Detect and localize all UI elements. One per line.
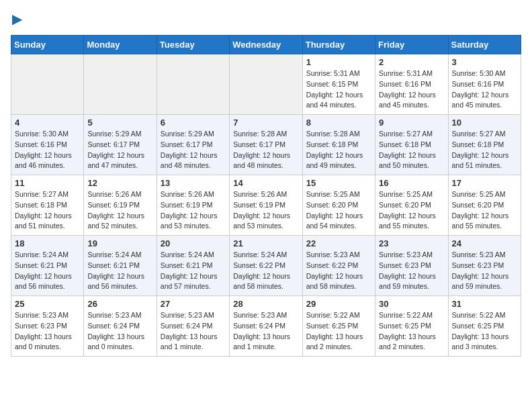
day-info: Sunrise: 5:22 AMSunset: 6:25 PMDaylight:… [306, 310, 371, 353]
day-number: 10 [452, 118, 517, 128]
calendar-cell: 20Sunrise: 5:24 AMSunset: 6:21 PMDayligh… [157, 236, 229, 296]
calendar-cell: 26Sunrise: 5:23 AMSunset: 6:24 PMDayligh… [84, 296, 157, 357]
calendar-cell: 30Sunrise: 5:22 AMSunset: 6:25 PMDayligh… [375, 296, 448, 357]
day-info: Sunrise: 5:24 AMSunset: 6:22 PMDaylight:… [233, 250, 298, 292]
day-number: 11 [15, 178, 80, 188]
calendar-cell: 29Sunrise: 5:22 AMSunset: 6:25 PMDayligh… [302, 296, 375, 357]
calendar-cell: 25Sunrise: 5:23 AMSunset: 6:23 PMDayligh… [11, 296, 84, 357]
day-number: 24 [452, 238, 517, 248]
day-number: 27 [161, 299, 226, 309]
day-number: 19 [87, 238, 152, 248]
day-number: 31 [452, 299, 517, 309]
day-info: Sunrise: 5:27 AMSunset: 6:18 PMDaylight:… [15, 189, 80, 232]
day-number: 16 [379, 178, 444, 188]
calendar-week-row: 11Sunrise: 5:27 AMSunset: 6:18 PMDayligh… [11, 175, 521, 236]
calendar-cell: 21Sunrise: 5:24 AMSunset: 6:22 PMDayligh… [230, 236, 302, 296]
calendar-cell: 10Sunrise: 5:27 AMSunset: 6:18 PMDayligh… [448, 115, 521, 175]
calendar-cell: 31Sunrise: 5:22 AMSunset: 6:25 PMDayligh… [448, 296, 521, 357]
day-number: 15 [306, 178, 371, 188]
calendar-cell: 8Sunrise: 5:28 AMSunset: 6:18 PMDaylight… [302, 115, 375, 175]
calendar-cell [84, 54, 157, 115]
day-number: 29 [306, 299, 371, 309]
weekday-header-monday: Monday [84, 36, 157, 54]
day-info: Sunrise: 5:28 AMSunset: 6:18 PMDaylight:… [306, 129, 371, 171]
calendar-cell: 22Sunrise: 5:23 AMSunset: 6:22 PMDayligh… [302, 236, 375, 296]
weekday-header-friday: Friday [375, 36, 448, 54]
day-number: 9 [379, 118, 444, 128]
day-info: Sunrise: 5:27 AMSunset: 6:18 PMDaylight:… [452, 129, 517, 171]
day-info: Sunrise: 5:25 AMSunset: 6:20 PMDaylight:… [379, 189, 444, 232]
calendar-cell: 15Sunrise: 5:25 AMSunset: 6:20 PMDayligh… [302, 175, 375, 236]
day-number: 28 [233, 299, 298, 309]
calendar-cell: 16Sunrise: 5:25 AMSunset: 6:20 PMDayligh… [375, 175, 448, 236]
calendar-cell: 2Sunrise: 5:31 AMSunset: 6:16 PMDaylight… [375, 54, 448, 115]
day-info: Sunrise: 5:23 AMSunset: 6:24 PMDaylight:… [233, 310, 298, 353]
day-number: 3 [452, 57, 517, 67]
calendar-cell: 12Sunrise: 5:26 AMSunset: 6:19 PMDayligh… [84, 175, 157, 236]
calendar-cell: 9Sunrise: 5:27 AMSunset: 6:18 PMDaylight… [375, 115, 448, 175]
calendar-table: SundayMondayTuesdayWednesdayThursdayFrid… [11, 35, 521, 357]
day-info: Sunrise: 5:26 AMSunset: 6:19 PMDaylight:… [233, 189, 298, 232]
day-info: Sunrise: 5:24 AMSunset: 6:21 PMDaylight:… [161, 250, 226, 292]
calendar-cell: 11Sunrise: 5:27 AMSunset: 6:18 PMDayligh… [11, 175, 84, 236]
day-info: Sunrise: 5:27 AMSunset: 6:18 PMDaylight:… [379, 129, 444, 171]
weekday-header-saturday: Saturday [448, 36, 521, 54]
calendar-cell: 23Sunrise: 5:23 AMSunset: 6:23 PMDayligh… [375, 236, 448, 296]
day-info: Sunrise: 5:23 AMSunset: 6:23 PMDaylight:… [15, 310, 80, 353]
day-number: 22 [306, 238, 371, 248]
page-header: ▶ [11, 11, 521, 27]
calendar-cell: 7Sunrise: 5:28 AMSunset: 6:17 PMDaylight… [230, 115, 302, 175]
day-info: Sunrise: 5:26 AMSunset: 6:19 PMDaylight:… [161, 189, 226, 232]
day-number: 13 [161, 178, 226, 188]
calendar-cell: 17Sunrise: 5:25 AMSunset: 6:20 PMDayligh… [448, 175, 521, 236]
day-number: 20 [161, 238, 226, 248]
calendar-cell: 19Sunrise: 5:24 AMSunset: 6:21 PMDayligh… [84, 236, 157, 296]
day-info: Sunrise: 5:24 AMSunset: 6:21 PMDaylight:… [87, 250, 152, 292]
calendar-week-row: 18Sunrise: 5:24 AMSunset: 6:21 PMDayligh… [11, 236, 521, 296]
day-info: Sunrise: 5:31 AMSunset: 6:15 PMDaylight:… [306, 68, 371, 111]
calendar-cell: 14Sunrise: 5:26 AMSunset: 6:19 PMDayligh… [230, 175, 302, 236]
calendar-week-row: 25Sunrise: 5:23 AMSunset: 6:23 PMDayligh… [11, 296, 521, 357]
day-info: Sunrise: 5:22 AMSunset: 6:25 PMDaylight:… [379, 310, 444, 353]
day-number: 25 [15, 299, 80, 309]
day-number: 12 [87, 178, 152, 188]
day-number: 5 [87, 118, 152, 128]
day-number: 26 [87, 299, 152, 309]
calendar-cell: 3Sunrise: 5:30 AMSunset: 6:16 PMDaylight… [448, 54, 521, 115]
day-info: Sunrise: 5:23 AMSunset: 6:22 PMDaylight:… [306, 250, 371, 292]
day-info: Sunrise: 5:30 AMSunset: 6:16 PMDaylight:… [15, 129, 80, 171]
day-info: Sunrise: 5:31 AMSunset: 6:16 PMDaylight:… [379, 68, 444, 111]
day-info: Sunrise: 5:26 AMSunset: 6:19 PMDaylight:… [87, 189, 152, 232]
day-info: Sunrise: 5:30 AMSunset: 6:16 PMDaylight:… [452, 68, 517, 111]
day-info: Sunrise: 5:25 AMSunset: 6:20 PMDaylight:… [452, 189, 517, 232]
day-info: Sunrise: 5:23 AMSunset: 6:23 PMDaylight:… [452, 250, 517, 292]
calendar-cell: 13Sunrise: 5:26 AMSunset: 6:19 PMDayligh… [157, 175, 229, 236]
weekday-header-row: SundayMondayTuesdayWednesdayThursdayFrid… [11, 36, 521, 54]
calendar-cell [11, 54, 84, 115]
weekday-header-sunday: Sunday [11, 36, 84, 54]
calendar-cell: 18Sunrise: 5:24 AMSunset: 6:21 PMDayligh… [11, 236, 84, 296]
day-number: 7 [233, 118, 298, 128]
calendar-cell: 5Sunrise: 5:29 AMSunset: 6:17 PMDaylight… [84, 115, 157, 175]
day-number: 18 [15, 238, 80, 248]
calendar-week-row: 1Sunrise: 5:31 AMSunset: 6:15 PMDaylight… [11, 54, 521, 115]
day-info: Sunrise: 5:23 AMSunset: 6:24 PMDaylight:… [87, 310, 152, 353]
calendar-cell: 28Sunrise: 5:23 AMSunset: 6:24 PMDayligh… [230, 296, 302, 357]
day-number: 21 [233, 238, 298, 248]
weekday-header-thursday: Thursday [302, 36, 375, 54]
day-number: 8 [306, 118, 371, 128]
calendar-cell [230, 54, 302, 115]
day-info: Sunrise: 5:23 AMSunset: 6:24 PMDaylight:… [161, 310, 226, 353]
day-number: 2 [379, 57, 444, 67]
day-number: 1 [306, 57, 371, 67]
calendar-cell: 27Sunrise: 5:23 AMSunset: 6:24 PMDayligh… [157, 296, 229, 357]
logo-bird-icon: ▶ [12, 11, 22, 27]
day-info: Sunrise: 5:25 AMSunset: 6:20 PMDaylight:… [306, 189, 371, 232]
calendar-cell [157, 54, 229, 115]
calendar-week-row: 4Sunrise: 5:30 AMSunset: 6:16 PMDaylight… [11, 115, 521, 175]
day-info: Sunrise: 5:28 AMSunset: 6:17 PMDaylight:… [233, 129, 298, 171]
day-number: 4 [15, 118, 80, 128]
day-info: Sunrise: 5:29 AMSunset: 6:17 PMDaylight:… [87, 129, 152, 171]
day-info: Sunrise: 5:29 AMSunset: 6:17 PMDaylight:… [161, 129, 226, 171]
day-number: 14 [233, 178, 298, 188]
